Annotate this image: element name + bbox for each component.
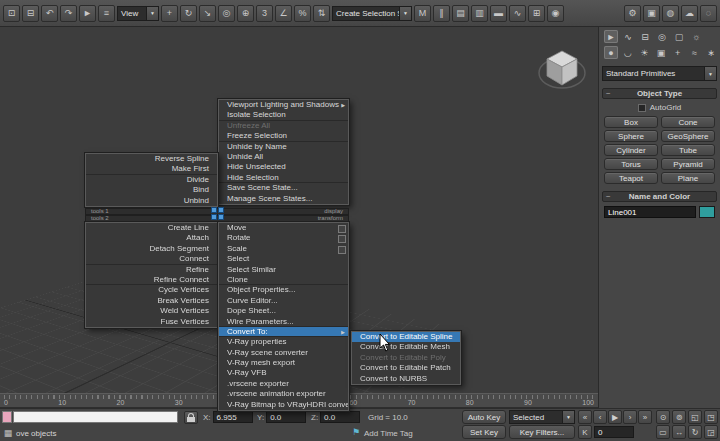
chevron-down-icon[interactable]: ▼ bbox=[704, 67, 716, 80]
layer-explorer-icon[interactable]: ▥ bbox=[471, 5, 488, 22]
ribbon-icon[interactable]: ▬ bbox=[490, 5, 507, 22]
menu-item[interactable]: Freeze Selection bbox=[219, 131, 348, 141]
menu-item[interactable]: Weld Vertices bbox=[86, 306, 217, 316]
menu-item[interactable]: Select bbox=[219, 254, 348, 264]
menu-item[interactable]: Connect bbox=[86, 254, 217, 264]
chevron-down-icon[interactable]: ▼ bbox=[399, 7, 411, 20]
auto-key-button[interactable]: Auto Key bbox=[462, 410, 506, 424]
space-warps-category-icon[interactable]: ≈ bbox=[688, 46, 702, 59]
cameras-category-icon[interactable]: ▣ bbox=[654, 46, 668, 59]
menu-item[interactable]: Scale bbox=[219, 244, 348, 254]
systems-category-icon[interactable]: ∗ bbox=[704, 46, 718, 59]
zoom-icon[interactable]: ⊙ bbox=[656, 410, 670, 424]
menu-item[interactable]: V-Ray VFB bbox=[219, 368, 348, 378]
select-and-scale-icon[interactable]: ↘ bbox=[199, 5, 216, 22]
maximize-viewport-icon[interactable]: ◲ bbox=[704, 425, 718, 439]
curve-editor-icon[interactable]: ∿ bbox=[509, 5, 526, 22]
menu-item[interactable]: V-Ray Bitmap to VRayHDRI converter bbox=[219, 400, 348, 410]
mirror-icon[interactable]: M bbox=[414, 5, 431, 22]
zoom-extents-icon[interactable]: ◱ bbox=[688, 410, 702, 424]
reference-coordinate-dropdown[interactable]: View ▼ bbox=[117, 6, 159, 21]
select-and-manipulate-icon[interactable]: ⊕ bbox=[237, 5, 254, 22]
selection-lock-icon[interactable] bbox=[184, 411, 198, 424]
create-tab-icon[interactable]: ► bbox=[604, 30, 618, 43]
menu-item[interactable]: Convert to Editable Spline bbox=[352, 332, 460, 342]
y-field[interactable]: 0.0 bbox=[266, 411, 306, 423]
named-selection-set-dropdown[interactable]: Create Selection Set ▼ bbox=[332, 6, 412, 21]
menu-item[interactable]: V-Ray mesh export bbox=[219, 358, 348, 368]
set-key-button[interactable]: Set Key bbox=[462, 425, 506, 439]
menu-item[interactable]: Hide Selection bbox=[219, 173, 348, 183]
menu-item[interactable]: Reverse Spline bbox=[86, 154, 217, 164]
rendered-frame-icon[interactable]: ▣ bbox=[643, 5, 660, 22]
material-editor-icon[interactable]: ◉ bbox=[547, 5, 564, 22]
geometry-category-icon[interactable]: ● bbox=[604, 46, 618, 59]
helpers-category-icon[interactable]: + bbox=[671, 46, 685, 59]
object-type-button[interactable]: Cone bbox=[661, 116, 715, 128]
object-name-field[interactable]: Line001 bbox=[604, 206, 696, 218]
object-type-button[interactable]: Torus bbox=[604, 158, 658, 170]
scene-explorer-icon[interactable]: ▤ bbox=[452, 5, 469, 22]
object-type-button[interactable]: Teapot bbox=[604, 172, 658, 184]
select-and-rotate-icon[interactable]: ↻ bbox=[180, 5, 197, 22]
schematic-view-icon[interactable]: ⊞ bbox=[528, 5, 545, 22]
menu-item[interactable]: Curve Editor... bbox=[219, 296, 348, 306]
menu-item[interactable]: Divide bbox=[86, 175, 217, 185]
key-filters-button[interactable]: Key Filters... bbox=[509, 425, 575, 439]
menu-item[interactable]: Detach Segment bbox=[86, 244, 217, 254]
utilities-tab-icon[interactable]: ☼ bbox=[689, 30, 703, 43]
snaps-toggle-icon[interactable]: 3 bbox=[256, 5, 273, 22]
percent-snap-icon[interactable]: % bbox=[294, 5, 311, 22]
menu-item[interactable]: V-Ray properties bbox=[219, 337, 348, 347]
menu-item[interactable]: Wire Parameters... bbox=[219, 317, 348, 327]
menu-item[interactable]: Dope Sheet... bbox=[219, 306, 348, 316]
object-type-button[interactable]: Tube bbox=[661, 144, 715, 156]
menu-item[interactable]: Move bbox=[219, 223, 348, 233]
unlink-selection-icon[interactable]: ⊟ bbox=[22, 5, 39, 22]
object-color-swatch[interactable] bbox=[699, 206, 715, 218]
z-field[interactable]: 0.0 bbox=[320, 411, 360, 423]
undo-icon[interactable]: ↶ bbox=[41, 5, 58, 22]
menu-item[interactable]: Select Similar bbox=[219, 265, 348, 275]
menu-item[interactable]: Hide Unselected bbox=[219, 162, 348, 172]
mini-listener-icon[interactable]: ▦ bbox=[2, 427, 14, 439]
render-setup-icon[interactable]: ⚙ bbox=[624, 5, 641, 22]
render-in-cloud-icon[interactable]: ☁ bbox=[681, 5, 698, 22]
autogrid-checkbox[interactable] bbox=[638, 104, 646, 112]
zoom-all-icon[interactable]: ⊚ bbox=[672, 410, 686, 424]
lights-category-icon[interactable]: ☀ bbox=[637, 46, 651, 59]
menu-item[interactable]: Attach bbox=[86, 233, 217, 243]
object-type-button[interactable]: Plane bbox=[661, 172, 715, 184]
pan-icon[interactable]: ↔ bbox=[672, 425, 686, 439]
menu-item[interactable]: Convert to Editable Patch bbox=[352, 363, 460, 373]
menu-item[interactable]: V-Ray scene converter bbox=[219, 348, 348, 358]
maxscript-mini-listener[interactable] bbox=[13, 411, 178, 423]
modify-tab-icon[interactable]: ∿ bbox=[621, 30, 635, 43]
menu-item[interactable]: Fuse Vertices bbox=[86, 317, 217, 327]
select-object-icon[interactable]: ► bbox=[79, 5, 96, 22]
primitives-dropdown[interactable]: Standard Primitives ▼ bbox=[602, 66, 717, 81]
object-type-header[interactable]: − Object Type bbox=[602, 88, 717, 99]
name-color-header[interactable]: − Name and Color bbox=[602, 191, 717, 202]
select-by-name-icon[interactable]: ≡ bbox=[98, 5, 115, 22]
macro-recorder-field[interactable] bbox=[2, 411, 12, 423]
current-frame-field[interactable]: 0 bbox=[594, 426, 634, 438]
menu-item[interactable]: Bind bbox=[86, 185, 217, 195]
use-center-icon[interactable]: ◎ bbox=[218, 5, 235, 22]
menu-item[interactable]: Clone bbox=[219, 275, 348, 285]
redo-icon[interactable]: ↷ bbox=[60, 5, 77, 22]
menu-item[interactable]: Create Line bbox=[86, 223, 217, 233]
display-tab-icon[interactable]: ▢ bbox=[672, 30, 686, 43]
key-mode-icon[interactable]: K bbox=[578, 425, 592, 439]
object-type-button[interactable]: GeoSphere bbox=[661, 130, 715, 142]
shapes-category-icon[interactable]: ◡ bbox=[621, 46, 635, 59]
menu-item[interactable]: Refine bbox=[86, 265, 217, 275]
menu-item[interactable]: Refine Connect bbox=[86, 275, 217, 285]
select-and-move-icon[interactable]: + bbox=[161, 5, 178, 22]
angle-snap-icon[interactable]: ∠ bbox=[275, 5, 292, 22]
zoom-region-icon[interactable]: ▭ bbox=[656, 425, 670, 439]
motion-tab-icon[interactable]: ◎ bbox=[655, 30, 669, 43]
menu-item[interactable]: Unfreeze All bbox=[219, 121, 348, 131]
go-to-start-icon[interactable]: « bbox=[578, 410, 592, 424]
menu-item[interactable]: Viewport Lighting and Shadows bbox=[219, 100, 348, 110]
